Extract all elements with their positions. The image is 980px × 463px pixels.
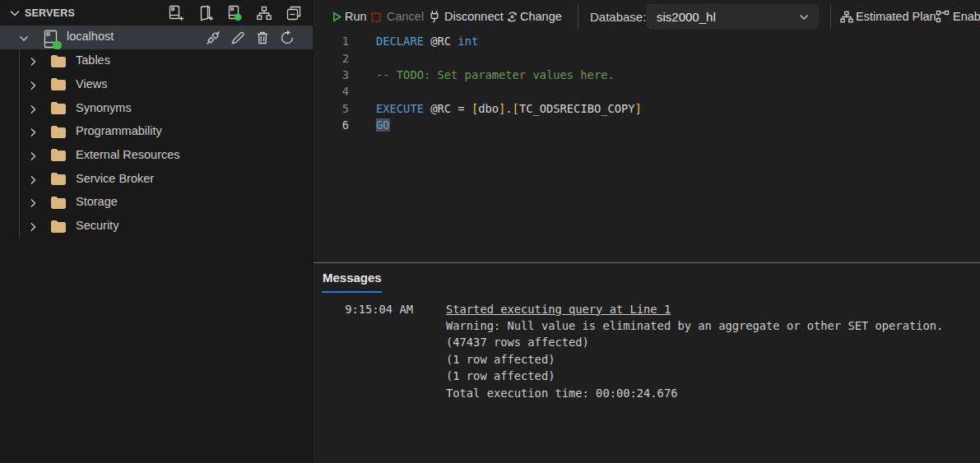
server-row-localhost[interactable]: localhost	[0, 25, 313, 49]
code-text: GO	[376, 117, 390, 133]
message-timestamp: 9:15:04 AM	[343, 301, 413, 317]
message-text: (1 row affected)	[446, 351, 555, 368]
message-link[interactable]: Started executing query at Line 1	[446, 301, 671, 317]
message-text: Total execution time: 00:00:24.676	[446, 385, 677, 401]
disconnect-server-icon[interactable]	[206, 30, 221, 45]
token: GO	[376, 118, 390, 132]
code-line-3[interactable]: 3-- TODO: Set parameter values here.	[314, 67, 980, 83]
tree-item-service-broker[interactable]: Service Broker	[0, 168, 313, 192]
token: int	[457, 35, 478, 48]
token: .	[505, 102, 512, 115]
code-line-5[interactable]: 5EXECUTE @RC = [dbo].[TC_ODSRECIBO_COPY]	[314, 100, 980, 117]
token: [	[471, 102, 478, 115]
results-panel: Messages 9:15:04 AMStarted executing que…	[314, 262, 980, 463]
tree-item-label: External Resources	[76, 148, 180, 161]
new-connection-icon[interactable]	[167, 5, 183, 21]
code-line-6[interactable]: 6GO	[314, 117, 980, 133]
disconnect-label: Disconnect	[444, 10, 504, 23]
tree-item-label: Storage	[76, 195, 118, 208]
sidebar-title: SERVERS	[25, 7, 75, 19]
chevron-right-icon[interactable]	[27, 127, 39, 138]
tree-item-label: Security	[76, 219, 118, 232]
delete-server-icon[interactable]	[255, 30, 270, 45]
message-row: Total execution time: 00:00:24.676	[314, 385, 980, 401]
enable-sqlcmd-label: Enabl	[953, 10, 980, 23]
folder-icon	[50, 125, 67, 139]
chevron-right-icon[interactable]	[27, 150, 39, 162]
estimated-plan-label: Estimated Plan	[856, 10, 936, 23]
code-line-1[interactable]: 1DECLARE @RC int	[314, 33, 980, 49]
chevron-right-icon[interactable]	[27, 104, 39, 115]
message-row: (47437 rows affected)	[314, 334, 980, 350]
token: dbo	[478, 102, 499, 115]
line-number: 6	[314, 117, 349, 133]
message-row: (1 row affected)	[314, 351, 980, 368]
tree-item-synonyms[interactable]: Synonyms	[0, 97, 313, 121]
server-expand-chevron-icon[interactable]	[17, 32, 30, 45]
folder-icon	[50, 148, 67, 162]
code-text: -- TODO: Set parameter values here.	[376, 67, 615, 83]
chevron-right-icon[interactable]	[27, 56, 39, 67]
cancel-label: Cancel	[387, 10, 424, 23]
message-row: (1 row affected)	[314, 368, 980, 384]
disconnect-icon	[429, 10, 440, 24]
token: TC_ODSRECIBO_COPY	[519, 102, 635, 115]
tree-item-label: Service Broker	[76, 172, 154, 185]
tree-item-external-resources[interactable]: External Resources	[0, 144, 313, 168]
servers-header: SERVERS	[0, 0, 312, 25]
messages-list: 9:15:04 AMStarted executing query at Lin…	[314, 301, 980, 401]
chevron-right-icon[interactable]	[27, 174, 39, 186]
edit-server-icon[interactable]	[230, 30, 245, 45]
code-line-4[interactable]: 4	[314, 83, 980, 100]
token: [	[513, 102, 519, 115]
tree-item-security[interactable]: Security	[0, 215, 313, 238]
server-name: localhost	[67, 30, 114, 43]
folder-icon	[50, 196, 67, 210]
tree-item-label: Views	[76, 77, 107, 90]
line-number: 1	[314, 33, 349, 49]
line-number: 2	[314, 50, 349, 67]
chevron-right-icon[interactable]	[27, 221, 39, 233]
change-connection-label: Change	[520, 10, 562, 23]
estimated-plan-icon	[840, 11, 853, 23]
query-editor-area: Run Cancel Disconnect Change	[314, 0, 980, 463]
tree-item-storage[interactable]: Storage	[0, 191, 313, 215]
tab-messages[interactable]: Messages	[323, 271, 382, 285]
message-row: Warning: Null value is eliminated by an …	[314, 317, 980, 334]
tree-item-views[interactable]: Views	[0, 73, 313, 97]
line-number: 4	[314, 83, 349, 100]
cancel-icon	[371, 12, 381, 22]
connections-tree-icon[interactable]	[256, 5, 272, 21]
database-dropdown[interactable]: sis2000_hl	[647, 4, 819, 29]
run-label: Run	[345, 10, 367, 23]
query-toolbar: Run Cancel Disconnect Change	[314, 0, 980, 33]
run-icon	[332, 12, 342, 22]
folder-icon	[50, 54, 67, 68]
change-connection-icon	[506, 11, 518, 23]
code-line-2[interactable]: 2	[314, 50, 980, 67]
tree-item-label: Tables	[76, 53, 110, 67]
sql-editor[interactable]: 1DECLARE @RC int23-- TODO: Set parameter…	[314, 33, 980, 262]
tree-item-tables[interactable]: Tables	[0, 49, 313, 73]
toolbar-separator-2	[830, 4, 831, 29]
toolbar-separator	[578, 4, 578, 29]
tree-item-programmability[interactable]: Programmability	[0, 120, 313, 144]
token: -- TODO: Set parameter values here.	[376, 68, 615, 81]
refresh-server-icon[interactable]	[280, 30, 295, 45]
collapse-all-icon[interactable]	[286, 5, 302, 21]
line-number: 3	[314, 67, 349, 83]
tree-item-label: Synonyms	[76, 101, 132, 114]
chevron-right-icon[interactable]	[27, 197, 39, 209]
servers-sidebar: SERVERS	[0, 0, 313, 463]
database-label: Database:	[590, 0, 646, 33]
active-connections-icon[interactable]	[226, 5, 243, 21]
servers-collapse-chevron-icon[interactable]	[7, 6, 22, 21]
token: ]	[635, 102, 642, 115]
enable-sqlcmd-icon	[936, 9, 950, 24]
chevron-right-icon[interactable]	[27, 80, 39, 91]
new-server-group-icon[interactable]	[197, 5, 213, 21]
message-text: Warning: Null value is eliminated by an …	[446, 317, 943, 334]
code-text: DECLARE @RC int	[376, 33, 478, 49]
server-icon	[43, 28, 64, 49]
database-value: sis2000_hl	[657, 10, 716, 24]
